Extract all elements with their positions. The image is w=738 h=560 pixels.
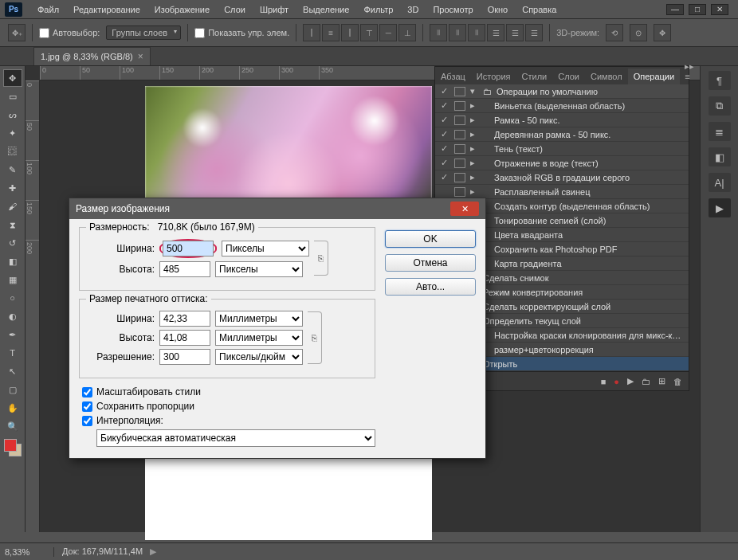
crop-tool[interactable]: ⿴ (3, 143, 22, 160)
menu-справка[interactable]: Справка (515, 2, 563, 17)
distribute-icon[interactable]: ⦀ (430, 24, 447, 41)
move-tool[interactable]: ✥ (3, 69, 22, 87)
play-panel-icon[interactable]: ▶ (709, 198, 731, 217)
align-icon[interactable]: ─ (379, 24, 397, 41)
ok-button[interactable]: OK (385, 230, 476, 248)
lasso-tool[interactable]: ᔕ (3, 106, 22, 123)
height-input[interactable] (159, 261, 210, 277)
menu-выделение[interactable]: Выделение (296, 2, 356, 17)
history-panel-icon[interactable]: ⧉ (709, 96, 731, 116)
wand-tool[interactable]: ✦ (3, 124, 22, 142)
action-set[interactable]: ✓▾🗀Операции по умолчанию (435, 84, 689, 99)
show-controls-check[interactable]: Показать упр. элем. (194, 28, 289, 38)
print-width-input[interactable] (159, 311, 210, 327)
eyedropper-tool[interactable]: ✎ (3, 161, 22, 178)
hand-tool[interactable]: ✋ (3, 399, 22, 417)
eraser-tool[interactable]: ◧ (3, 253, 22, 270)
new-action-button[interactable]: ⊞ (658, 376, 665, 386)
panel-tab-История[interactable]: История (471, 69, 516, 84)
play-button[interactable]: ▶ (627, 376, 634, 386)
record-button[interactable]: ● (614, 377, 619, 386)
distribute-icon[interactable]: ☰ (525, 24, 543, 41)
color-swatches[interactable] (4, 439, 22, 456)
cancel-button[interactable]: Отмена (385, 254, 476, 272)
print-width-unit-select[interactable]: Миллиметры (215, 311, 303, 327)
zoom-level[interactable]: 8,33% (0, 547, 54, 557)
foreground-color[interactable] (4, 439, 17, 452)
align-icon[interactable]: ⎹⎸ (341, 24, 359, 41)
distribute-icon[interactable]: ☰ (487, 24, 504, 41)
action-item[interactable]: ✓▸Виньетка (выделенная область) (435, 99, 689, 113)
constrain-proportions-check[interactable]: Сохранить пропорции (82, 401, 375, 412)
menu-шрифт[interactable]: Шрифт (253, 2, 296, 17)
action-item[interactable]: ✓▸Отражение в воде (текст) (435, 156, 689, 170)
layers-panel-icon[interactable]: ≣ (709, 122, 731, 141)
action-item[interactable]: ✓▸Тень (текст) (435, 142, 689, 156)
styles-panel-icon[interactable]: ◧ (709, 147, 731, 166)
menu-3d[interactable]: 3D (400, 2, 426, 17)
document-tab[interactable]: 1.jpg @ 8,33% (RGB/8) × (33, 47, 151, 65)
marquee-tool[interactable]: ▭ (3, 88, 22, 105)
menu-окно[interactable]: Окно (481, 2, 516, 17)
type-tool[interactable]: T (3, 344, 22, 362)
menu-слои[interactable]: Слои (217, 2, 253, 17)
auto-select-check[interactable]: Автовыбор: (39, 28, 100, 38)
distribute-icon[interactable]: ⦀ (449, 24, 466, 41)
paragraph-panel-icon[interactable]: ¶ (709, 71, 731, 90)
new-set-button[interactable]: 🗀 (642, 377, 650, 386)
distribute-icon[interactable]: ⦀ (468, 24, 485, 41)
minimize-button[interactable]: — (666, 4, 684, 15)
resolution-input[interactable] (159, 349, 210, 365)
width-input[interactable] (163, 241, 214, 257)
align-icon[interactable]: ⊥ (398, 24, 416, 41)
align-icon[interactable]: ⎹⎸ (303, 24, 320, 41)
scale-styles-check[interactable]: Масштабировать стили (82, 386, 375, 397)
auto-select-dropdown[interactable]: Группы слоев (106, 25, 181, 40)
close-icon[interactable]: × (138, 51, 143, 62)
menu-редактирование[interactable]: Редактирование (66, 2, 147, 17)
print-height-unit-select[interactable]: Миллиметры (215, 330, 303, 346)
menu-файл[interactable]: Файл (30, 2, 66, 17)
blur-tool[interactable]: ○ (3, 289, 22, 307)
3d-roll-icon[interactable]: ⊙ (630, 24, 647, 41)
menu-изображение[interactable]: Изображение (147, 2, 217, 17)
action-item[interactable]: ✓▸Рамка - 50 пикс. (435, 113, 689, 127)
constrain-link-icon[interactable]: ⎘ (314, 241, 328, 276)
character-panel-icon[interactable]: A| (709, 173, 731, 192)
stamp-tool[interactable]: ⧗ (3, 216, 22, 233)
chevron-right-icon[interactable]: ▶ (150, 546, 156, 556)
heal-tool[interactable]: ✚ (3, 179, 22, 197)
panel-tab-Слои[interactable]: Слои (552, 69, 585, 84)
panel-menu-icon[interactable]: ▸▸ ≡ (680, 58, 699, 84)
path-tool[interactable]: ↖ (3, 362, 22, 380)
menu-просмотр[interactable]: Просмотр (426, 2, 480, 17)
distribute-icon[interactable]: ☰ (506, 24, 524, 41)
doc-info[interactable]: Док: 167,9M/111,4M ▶ (54, 546, 156, 557)
menu-фильтр[interactable]: Фильтр (356, 2, 400, 17)
close-button[interactable]: ✕ (711, 4, 728, 15)
panel-tab-Символ[interactable]: Символ (585, 69, 628, 84)
action-item[interactable]: ✓▸Деревянная рамка - 50 пикс. (435, 127, 689, 142)
dialog-close-button[interactable]: ✕ (450, 202, 479, 216)
height-unit-select[interactable]: Пикселы (215, 261, 303, 277)
constrain-link-icon[interactable]: ⎘ (308, 311, 322, 364)
maximize-button[interactable]: □ (689, 4, 706, 15)
resolution-unit-select[interactable]: Пикселы/дюйм (215, 349, 303, 365)
3d-orbit-icon[interactable]: ⟲ (606, 24, 623, 41)
dodge-tool[interactable]: ◐ (3, 307, 22, 325)
gradient-tool[interactable]: ▦ (3, 271, 22, 288)
history-brush-tool[interactable]: ↺ (3, 234, 22, 252)
pen-tool[interactable]: ✒ (3, 326, 22, 343)
panel-tab-Операции[interactable]: Операции (628, 69, 680, 84)
print-height-input[interactable] (159, 330, 210, 346)
delete-button[interactable]: 🗑 (673, 377, 682, 386)
align-icon[interactable]: ≡ (322, 24, 340, 41)
stop-button[interactable]: ■ (601, 377, 606, 386)
zoom-tool[interactable]: 🔍 (3, 417, 22, 435)
3d-pan-icon[interactable]: ✥ (654, 24, 671, 41)
interpolation-check[interactable]: Интерполяция: (82, 415, 375, 426)
auto-button[interactable]: Авто... (385, 278, 476, 296)
align-icon[interactable]: ⊤ (360, 24, 378, 41)
brush-tool[interactable]: 🖌 (3, 198, 22, 215)
panel-tab-Абзац[interactable]: Абзац (435, 69, 471, 84)
